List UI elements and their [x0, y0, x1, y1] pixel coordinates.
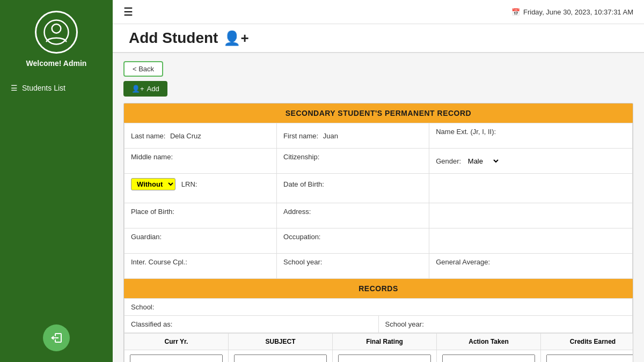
subject-cell — [229, 350, 333, 363]
school-year-cell: School year: — [277, 254, 429, 279]
occupation-label: Occupation: — [283, 233, 323, 241]
citizenship-label: Citizenship: — [283, 153, 322, 161]
back-button[interactable]: < Back — [123, 61, 163, 77]
empty-cell-1 — [429, 174, 633, 203]
middle-name-label: Middle name: — [131, 153, 175, 161]
datetime-display: 📅 Friday, June 30, 2023, 10:37:31 AM — [511, 8, 633, 16]
subject-header: SUBJECT — [229, 334, 333, 350]
final-rating-cell — [333, 350, 437, 363]
citizenship-input[interactable] — [283, 161, 422, 169]
lrn-cell: Without With LRN: — [125, 174, 277, 203]
content-area: < Back 👤+ Add SECONDARY STUDENT'S PERMAN… — [113, 53, 644, 362]
dob-input[interactable] — [283, 188, 422, 196]
school-year-input[interactable] — [283, 266, 422, 274]
logout-button[interactable] — [43, 324, 70, 351]
general-average-cell: General Average: — [429, 254, 633, 279]
table-row: Middle name: Citizenship: Gender: Male F… — [125, 149, 633, 174]
svg-point-1 — [52, 24, 61, 33]
place-of-birth-label: Place of Birth: — [131, 208, 177, 216]
menu-icon[interactable]: ☰ — [123, 5, 133, 18]
final-rating-input[interactable] — [338, 354, 431, 362]
occupation-input[interactable] — [283, 241, 422, 249]
address-input[interactable] — [283, 216, 422, 224]
add-user-icon: 👤+ — [223, 30, 248, 47]
inter-course-cell: Inter. Course Cpl.: — [125, 254, 277, 279]
records-school-year-input[interactable] — [428, 320, 597, 328]
sidebar-item-students-list[interactable]: ☰ Students List — [0, 78, 113, 98]
credits-earned-input[interactable] — [546, 354, 633, 362]
school-label: School: — [131, 303, 157, 311]
lrn-dropdown[interactable]: Without With — [131, 178, 175, 190]
welcome-text: Welcome! Admin — [26, 59, 87, 68]
lrn-label: LRN: — [181, 180, 200, 188]
table-row: Without With LRN: Date of Birth: — [125, 174, 633, 203]
address-label: Address: — [283, 208, 313, 216]
final-rating-header: Final Rating — [333, 334, 437, 350]
sidebar-students-list-label: Students List — [22, 84, 65, 92]
general-average-input[interactable] — [436, 266, 626, 274]
page-title: Add Student 👤+ — [129, 29, 628, 52]
add-button-label: Add — [147, 85, 159, 93]
table-row: Last name: Dela Cruz First name: Juan Na… — [125, 123, 633, 149]
datetime-text: Friday, June 30, 2023, 10:37:31 AM — [523, 8, 633, 16]
classified-as-label: Classified as: — [131, 320, 175, 328]
classified-as-cell: Classified as: — [125, 316, 379, 333]
calendar-icon: 📅 — [511, 8, 520, 16]
table-row: Place of Birth: Address: — [125, 203, 633, 228]
page-title-text: Add Student — [129, 29, 218, 47]
lrn-input[interactable] — [131, 190, 214, 198]
records-school-year-cell: School year: — [378, 316, 633, 333]
curr-yr-input[interactable] — [130, 354, 223, 362]
empty-cell-3 — [429, 228, 633, 254]
gender-cell: Gender: Male Female — [429, 149, 633, 174]
records-school-year-label: School year: — [385, 320, 427, 328]
table-row: Classified as: School year: — [125, 316, 633, 333]
header: ☰ 📅 Friday, June 30, 2023, 10:37:31 AM — [113, 0, 644, 24]
action-taken-header: Action Taken — [437, 334, 541, 350]
address-cell: Address: — [277, 203, 429, 228]
subject-input[interactable] — [234, 354, 327, 362]
subject-table: Curr Yr. SUBJECT Final Rating Action Tak… — [124, 333, 633, 362]
add-button[interactable]: 👤+ Add — [123, 81, 167, 97]
middle-name-input[interactable] — [131, 161, 270, 169]
last-name-cell: Last name: Dela Cruz — [125, 123, 277, 149]
curr-yr-cell — [125, 350, 229, 363]
curr-yr-header: Curr Yr. — [125, 334, 229, 350]
inter-course-input[interactable] — [131, 266, 270, 274]
records-section-header: RECORDS — [124, 279, 633, 298]
dob-label: Date of Birth: — [283, 180, 327, 188]
middle-name-cell: Middle name: — [125, 149, 277, 174]
place-of-birth-input[interactable] — [131, 216, 270, 224]
permanent-record-table: Last name: Dela Cruz First name: Juan Na… — [124, 123, 633, 279]
table-row — [125, 350, 634, 363]
sidebar: Welcome! Admin ☰ Students List — [0, 0, 113, 362]
action-taken-cell — [437, 350, 541, 363]
dob-cell: Date of Birth: — [277, 174, 429, 203]
gender-label: Gender: — [436, 157, 464, 165]
name-ext-cell: Name Ext. (Jr, I, II): — [429, 123, 633, 149]
school-input[interactable] — [159, 303, 555, 311]
permanent-record-header: SECONDARY STUDENT'S PERMANENT RECORD — [124, 104, 633, 123]
place-of-birth-cell: Place of Birth: — [125, 203, 277, 228]
general-average-label: General Average: — [436, 258, 493, 266]
last-name-value: Dela Cruz — [170, 132, 201, 140]
sidebar-nav: ☰ Students List — [0, 78, 113, 98]
page-title-bar: Add Student 👤+ — [113, 24, 644, 53]
empty-cell-2 — [429, 203, 633, 228]
table-row: School: — [125, 299, 633, 316]
avatar — [35, 11, 78, 54]
list-icon: ☰ — [11, 84, 18, 92]
guardian-cell: Guardian: — [125, 228, 277, 254]
name-ext-input[interactable] — [436, 136, 626, 144]
main-content: ☰ 📅 Friday, June 30, 2023, 10:37:31 AM A… — [113, 0, 644, 362]
gender-select[interactable]: Male Female — [466, 157, 500, 166]
add-icon: 👤+ — [131, 85, 144, 93]
action-taken-input[interactable] — [442, 354, 535, 362]
guardian-input[interactable] — [131, 241, 270, 249]
classified-as-input[interactable] — [177, 320, 346, 328]
first-name-label: First name: — [283, 132, 321, 140]
credits-earned-cell — [541, 350, 634, 363]
first-name-value: Juan — [323, 132, 338, 140]
school-year-label: School year: — [283, 258, 325, 266]
citizenship-cell: Citizenship: — [277, 149, 429, 174]
